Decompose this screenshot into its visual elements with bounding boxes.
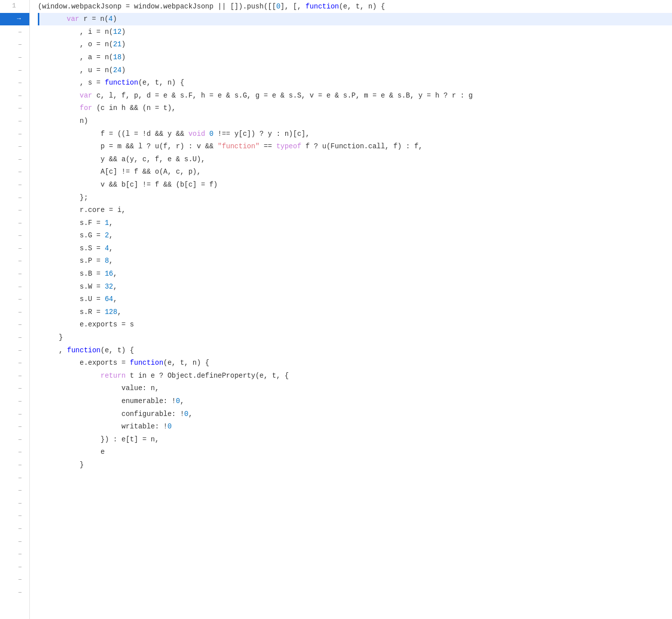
line-number-dash-40: –: [0, 522, 29, 535]
line-number-dash-2: –: [0, 38, 29, 51]
line-number-gutter: 1 → – – – – – – – – – – – – – – – – – – …: [0, 0, 30, 619]
code-line-21: s.P = 8,: [38, 255, 672, 268]
code-line-11: f = ((l = !d && y && void 0 !== y[c]) ? …: [38, 127, 672, 140]
code-line-25: s.R = 128,: [38, 306, 672, 318]
line-number-dash-21: –: [0, 280, 29, 293]
line-number-dash-8: –: [0, 114, 29, 127]
code-line-23: s.W = 32,: [38, 280, 672, 293]
line-number-dash-33: –: [0, 433, 29, 446]
code-line-22: s.B = 16,: [38, 267, 672, 280]
code-line-10: n): [38, 114, 672, 127]
code-line-33: configurable: !0,: [38, 408, 672, 420]
code-line-27: }: [38, 331, 672, 344]
line-number-dash-42: –: [0, 548, 29, 561]
line-number-dash-29: –: [0, 382, 29, 395]
line-number-dash-41: –: [0, 535, 29, 548]
code-line-5: , a = n(18): [38, 51, 672, 64]
line-number-dash-23: –: [0, 306, 29, 318]
code-line-29: e.exports = function(e, t, n) {: [38, 357, 672, 370]
code-line-14: A[c] != f && o(A, c, p),: [38, 166, 672, 179]
line-number-dash-26: –: [0, 344, 29, 357]
line-number-active: →: [0, 13, 29, 26]
line-number-dash-5: –: [0, 77, 29, 90]
code-line-3: , i = n(12): [38, 25, 672, 38]
line-number-1: 1: [0, 0, 29, 13]
line-number-dash-30: –: [0, 395, 29, 408]
line-number-dash-24: –: [0, 318, 29, 331]
code-line-30: return t in e ? Object.defineProperty(e,…: [38, 369, 672, 382]
code-line-28: , function(e, t) {: [38, 344, 672, 357]
line-number-dash-18: –: [0, 242, 29, 255]
line-number-dash-14: –: [0, 191, 29, 204]
code-line-15: v && b[c] != f && (b[c] = f): [38, 178, 672, 191]
line-number-dash-1: –: [0, 25, 29, 38]
line-number-dash-17: –: [0, 229, 29, 242]
line-number-dash-35: –: [0, 458, 29, 471]
line-number-dash-19: –: [0, 255, 29, 268]
line-number-dash-39: –: [0, 510, 29, 522]
code-lines: (window.webpackJsonp = window.webpackJso…: [30, 0, 672, 619]
line-number-dash-28: –: [0, 369, 29, 382]
code-line-4: , o = n(21): [38, 38, 672, 51]
line-number-dash-34: –: [0, 446, 29, 459]
code-line-24: s.U = 64,: [38, 293, 672, 306]
code-line-16: };: [38, 191, 672, 204]
line-number-dash-6: –: [0, 89, 29, 102]
line-number-dash-16: –: [0, 216, 29, 229]
code-line-13: y && a(y, c, f, e & s.U),: [38, 153, 672, 166]
code-line-20: s.S = 4,: [38, 242, 672, 255]
line-number-dash-20: –: [0, 267, 29, 280]
line-number-dash-12: –: [0, 166, 29, 179]
code-line-1: (window.webpackJsonp = window.webpackJso…: [38, 0, 672, 13]
line-number-dash-15: –: [0, 204, 29, 217]
code-line-19: s.G = 2,: [38, 229, 672, 242]
code-line-34: writable: !0: [38, 420, 672, 433]
code-line-26: e.exports = s: [38, 318, 672, 331]
line-number-dash-45: –: [0, 586, 29, 599]
line-number-dash-31: –: [0, 408, 29, 420]
line-number-dash-13: –: [0, 178, 29, 191]
line-number-dash-36: –: [0, 471, 29, 484]
code-line-17: r.core = i,: [38, 204, 672, 217]
code-line-31: value: n,: [38, 382, 672, 395]
line-number-dash-25: –: [0, 331, 29, 344]
line-number-dash-44: –: [0, 573, 29, 586]
line-number-dash-7: –: [0, 102, 29, 115]
code-line-2: var r = n(4): [38, 13, 672, 26]
line-number-dash-11: –: [0, 153, 29, 166]
line-number-dash-43: –: [0, 560, 29, 573]
line-number-dash-27: –: [0, 357, 29, 370]
line-number-dash-22: –: [0, 293, 29, 306]
code-line-35: }) : e[t] = n,: [38, 433, 672, 446]
code-line-6: , u = n(24): [38, 64, 672, 77]
code-line-37: }: [38, 458, 672, 471]
code-line-12: p = m && l ? u(f, r) : v && "function" =…: [38, 140, 672, 153]
line-number-dash-3: –: [0, 51, 29, 64]
line-number-dash-32: –: [0, 420, 29, 433]
line-number-dash-37: –: [0, 484, 29, 497]
code-line-8: var c, l, f, p, d = e & s.F, h = e & s.G…: [38, 89, 672, 102]
code-line-7: , s = function(e, t, n) {: [38, 77, 672, 90]
line-number-dash-38: –: [0, 497, 29, 510]
code-line-9: for (c in h && (n = t),: [38, 102, 672, 115]
code-line-32: enumerable: !0,: [38, 395, 672, 408]
code-line-18: s.F = 1,: [38, 216, 672, 229]
line-number-dash-10: –: [0, 140, 29, 153]
line-number-dash-4: –: [0, 64, 29, 77]
line-number-dash-9: –: [0, 127, 29, 140]
code-line-36: e: [38, 446, 672, 459]
code-editor: 1 → – – – – – – – – – – – – – – – – – – …: [0, 0, 672, 619]
